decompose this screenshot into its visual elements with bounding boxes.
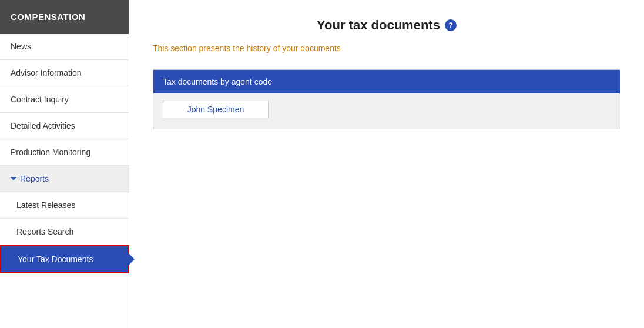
sidebar-item-reports-search[interactable]: Reports Search [0, 219, 129, 245]
sidebar-item-latest-label: Latest Releases [16, 200, 75, 210]
page-title: Your tax documents ? [153, 18, 620, 33]
subtitle: This section presents the history of you… [153, 43, 620, 53]
sidebar-item-tax-docs-label: Your Tax Documents [18, 255, 93, 264]
main-content: Your tax documents ? This section presen… [129, 0, 644, 328]
help-icon[interactable]: ? [445, 19, 457, 31]
sidebar-item-reports-search-label: Reports Search [16, 227, 73, 236]
sidebar-item-advisor-information[interactable]: Advisor Information [0, 60, 129, 86]
sidebar-item-advisor-label: Advisor Information [11, 68, 82, 78]
tax-documents-table: Tax documents by agent code John Specime… [153, 69, 620, 129]
sidebar-item-reports-label: Reports [20, 174, 49, 183]
sidebar-header: COMPENSATION [0, 0, 129, 34]
agent-name-button[interactable]: John Specimen [163, 101, 269, 118]
table-header: Tax documents by agent code [153, 70, 620, 93]
chevron-down-icon [11, 177, 16, 180]
sidebar-item-reports[interactable]: Reports [0, 166, 129, 192]
sidebar-item-your-tax-documents[interactable]: Your Tax Documents [0, 245, 129, 273]
sidebar-item-production-label: Production Monitoring [11, 148, 90, 157]
sidebar-item-detailed-label: Detailed Activities [11, 121, 75, 130]
sidebar-item-production-monitoring[interactable]: Production Monitoring [0, 139, 129, 166]
table-body: John Specimen [153, 93, 620, 129]
sidebar-item-contract-inquiry[interactable]: Contract Inquiry [0, 86, 129, 113]
sidebar-item-contract-label: Contract Inquiry [11, 95, 69, 104]
sidebar: COMPENSATION News Advisor Information Co… [0, 0, 129, 328]
sidebar-item-news[interactable]: News [0, 34, 129, 60]
sidebar-item-latest-releases[interactable]: Latest Releases [0, 192, 129, 219]
sidebar-item-detailed-activities[interactable]: Detailed Activities [0, 113, 129, 139]
sidebar-item-news-label: News [11, 42, 31, 51]
